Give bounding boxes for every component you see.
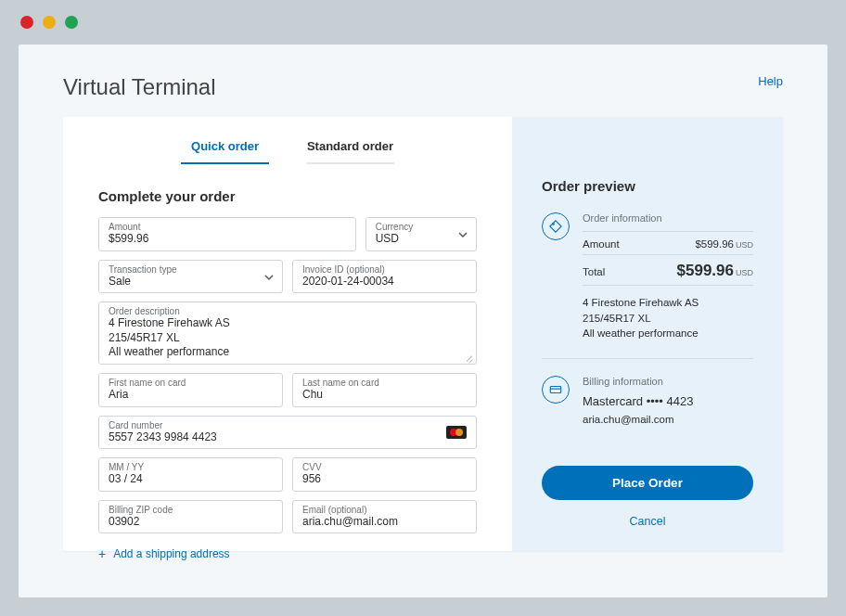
- chevron-down-icon: [263, 272, 273, 281]
- app-window: Virtual Terminal Help Quick order Standa…: [0, 0, 846, 616]
- preview-amount-currency: USD: [736, 240, 753, 250]
- window-titlebar: [0, 0, 846, 45]
- tab-quick-order[interactable]: Quick order: [181, 139, 269, 164]
- order-description-label: Order description: [109, 306, 467, 316]
- add-shipping-label: Add a shipping address: [113, 547, 229, 560]
- email-value: aria.chu@mail.com: [302, 515, 467, 530]
- billing-zip-value: 03902: [109, 515, 273, 530]
- preview-total-label: Total: [583, 266, 605, 277]
- currency-select[interactable]: Currency USD: [365, 217, 477, 251]
- order-description-value: 4 Firestone Firehawk AS 215/45R17 XL All…: [109, 316, 467, 360]
- invoice-id-label: Invoice ID (optional): [302, 264, 467, 275]
- preview-desc-line: All weather performance: [583, 326, 753, 341]
- preview-email: aria.chu@mail.com: [583, 414, 753, 425]
- preview-order-info: Order information Amount $599.96USD Tota…: [542, 212, 753, 359]
- mastercard-icon: [446, 426, 467, 439]
- currency-value: USD: [376, 232, 467, 247]
- page-surface: Virtual Terminal Help Quick order Standa…: [19, 45, 827, 597]
- last-name-label: Last name on card: [302, 378, 467, 388]
- order-preview-panel: Order preview Order information Amount $…: [512, 117, 783, 551]
- resize-handle-icon[interactable]: [466, 353, 473, 361]
- invoice-id-field[interactable]: Invoice ID (optional) 2020-01-24-00034: [292, 260, 477, 294]
- window-minimize-dot[interactable]: [43, 16, 56, 29]
- transaction-type-select[interactable]: Transaction type Sale: [98, 260, 283, 294]
- first-name-field[interactable]: First name on card Aria: [98, 373, 283, 407]
- order-form-panel: Quick order Standard order Complete your…: [63, 117, 512, 551]
- expiry-label: MM / YY: [109, 462, 273, 472]
- preview-total-value: $599.96: [677, 262, 734, 279]
- page-title: Virtual Terminal: [63, 74, 216, 100]
- first-name-label: First name on card: [109, 378, 273, 388]
- form-section-title: Complete your order: [98, 188, 477, 204]
- currency-label: Currency: [376, 222, 467, 232]
- tab-standard-order[interactable]: Standard order: [306, 139, 394, 164]
- order-info-label: Order information: [583, 212, 753, 224]
- plus-icon: +: [98, 546, 106, 561]
- preview-desc-line: 215/45R17 XL: [583, 311, 753, 327]
- cvv-label: CVV: [302, 462, 467, 472]
- help-link[interactable]: Help: [758, 74, 783, 88]
- expiry-value: 03 / 24: [109, 472, 273, 487]
- first-name-value: Aria: [109, 388, 273, 403]
- add-shipping-address-link[interactable]: + Add a shipping address: [98, 546, 477, 561]
- chevron-down-icon: [457, 229, 467, 238]
- email-label: Email (optional): [302, 505, 467, 515]
- billing-info-label: Billing information: [583, 376, 753, 387]
- preview-description: 4 Firestone Firehawk AS 215/45R17 XL All…: [583, 295, 753, 341]
- page-header: Virtual Terminal Help: [63, 74, 783, 100]
- invoice-id-value: 2020-01-24-00034: [302, 275, 467, 289]
- billing-zip-label: Billing ZIP code: [109, 505, 273, 515]
- window-maximize-dot[interactable]: [65, 16, 78, 29]
- email-field[interactable]: Email (optional) aria.chu@mail.com: [292, 500, 477, 534]
- preview-billing-info: Billing information Mastercard •••• 4423…: [542, 376, 753, 442]
- transaction-type-value: Sale: [109, 275, 273, 289]
- svg-point-0: [553, 224, 555, 225]
- svg-rect-1: [550, 387, 560, 393]
- cvv-value: 956: [302, 472, 467, 487]
- preview-amount-label: Amount: [583, 238, 620, 250]
- preview-desc-line: 4 Firestone Firehawk AS: [583, 295, 753, 311]
- place-order-button[interactable]: Place Order: [542, 466, 753, 500]
- amount-value: $599.96: [109, 232, 346, 247]
- last-name-field[interactable]: Last name on card Chu: [292, 373, 477, 407]
- cancel-link[interactable]: Cancel: [542, 515, 753, 528]
- order-preview-title: Order preview: [542, 178, 753, 194]
- billing-zip-field[interactable]: Billing ZIP code 03902: [98, 500, 283, 534]
- tag-icon: [542, 212, 570, 240]
- cvv-field[interactable]: CVV 956: [292, 457, 477, 492]
- order-description-field[interactable]: Order description 4 Firestone Firehawk A…: [98, 302, 477, 365]
- preview-amount-value: $599.96: [695, 238, 734, 250]
- amount-field[interactable]: Amount $599.96: [98, 217, 356, 251]
- main-card: Quick order Standard order Complete your…: [63, 117, 783, 551]
- transaction-type-label: Transaction type: [109, 264, 273, 275]
- preview-card-masked: Mastercard •••• 4423: [583, 394, 753, 408]
- amount-label: Amount: [109, 222, 346, 232]
- card-number-label: Card number: [109, 420, 467, 430]
- last-name-value: Chu: [302, 388, 467, 403]
- window-close-dot[interactable]: [20, 16, 33, 29]
- card-icon: [542, 376, 570, 404]
- card-number-field[interactable]: Card number 5557 2343 9984 4423: [98, 416, 477, 450]
- order-tabs: Quick order Standard order: [98, 139, 477, 164]
- expiry-field[interactable]: MM / YY 03 / 24: [98, 457, 283, 492]
- card-number-value: 5557 2343 9984 4423: [109, 430, 467, 445]
- preview-total-currency: USD: [736, 268, 753, 277]
